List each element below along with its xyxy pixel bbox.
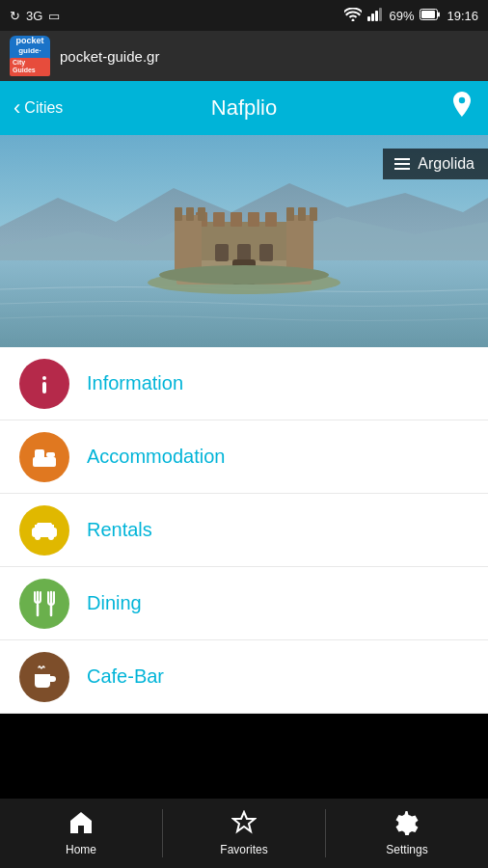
svg-point-35 xyxy=(37,452,40,455)
menu-item-accommodation[interactable]: Accommodation xyxy=(0,420,488,494)
svg-rect-20 xyxy=(186,207,194,221)
nav-bar: ‹ Cities Nafplio xyxy=(0,81,488,135)
svg-point-31 xyxy=(42,376,46,380)
menu-item-information[interactable]: Information xyxy=(0,347,488,420)
battery-icon-full xyxy=(420,9,441,23)
region-label: Argolida xyxy=(418,155,474,173)
home-label: Home xyxy=(66,843,96,856)
cafebar-icon xyxy=(31,665,58,690)
back-arrow-icon: ‹ xyxy=(14,97,20,119)
status-right: 69% 19:16 xyxy=(344,8,478,24)
menu-item-cafebar[interactable]: Cafe-Bar xyxy=(0,640,488,714)
information-icon xyxy=(32,371,57,396)
svg-rect-22 xyxy=(286,215,313,273)
castle-illustration xyxy=(148,178,340,294)
svg-rect-6 xyxy=(438,12,440,16)
menu-item-rentals[interactable]: Rentals xyxy=(0,494,488,567)
information-icon-circle xyxy=(19,359,69,409)
svg-rect-33 xyxy=(33,457,56,467)
app-logo: pocket guide· City Guides xyxy=(10,36,50,76)
svg-rect-41 xyxy=(49,525,54,529)
nav-settings[interactable]: Settings xyxy=(326,799,488,868)
svg-point-38 xyxy=(48,534,54,540)
dining-icon xyxy=(32,590,57,617)
svg-rect-25 xyxy=(310,207,317,221)
dining-icon-circle xyxy=(19,579,69,629)
svg-rect-28 xyxy=(259,244,273,261)
svg-rect-16 xyxy=(248,212,259,227)
svg-rect-32 xyxy=(42,382,46,393)
favorites-icon xyxy=(231,810,257,839)
menu-lines-icon xyxy=(394,158,410,170)
back-button[interactable]: ‹ Cities xyxy=(14,97,63,119)
rentals-label: Rentals xyxy=(87,519,152,541)
svg-rect-1 xyxy=(371,14,374,21)
svg-point-37 xyxy=(35,534,41,540)
menu-list: Information Accommodation xyxy=(0,347,488,714)
browser-url: pocket-guide.gr xyxy=(60,48,159,65)
battery-status: 69% xyxy=(389,9,414,23)
home-icon xyxy=(68,810,94,839)
svg-point-30 xyxy=(159,265,329,285)
hero-image: Argolida xyxy=(0,135,488,347)
svg-rect-24 xyxy=(298,207,306,221)
svg-rect-27 xyxy=(237,244,251,261)
network-label: 3G xyxy=(26,9,42,23)
svg-rect-40 xyxy=(35,525,40,529)
battery-icon: ▭ xyxy=(48,9,60,23)
back-label: Cities xyxy=(24,99,63,117)
accommodation-icon xyxy=(31,446,58,469)
sync-icon: ↻ xyxy=(10,9,20,23)
svg-rect-21 xyxy=(198,207,205,221)
svg-rect-18 xyxy=(175,215,202,273)
status-left: ↻ 3G ▭ xyxy=(10,9,60,23)
cafebar-icon-circle xyxy=(19,652,69,702)
svg-rect-19 xyxy=(175,207,182,221)
information-label: Information xyxy=(87,372,183,394)
nav-home[interactable]: Home xyxy=(0,799,162,868)
svg-rect-26 xyxy=(215,244,229,261)
svg-rect-17 xyxy=(265,212,277,227)
accommodation-icon-circle xyxy=(19,432,69,482)
status-bar: ↻ 3G ▭ 69% 19:16 xyxy=(0,0,488,31)
nav-favorites[interactable]: Favorites xyxy=(163,799,325,868)
favorites-label: Favorites xyxy=(220,843,267,856)
wifi-icon xyxy=(344,8,362,24)
svg-marker-45 xyxy=(233,812,255,831)
svg-rect-2 xyxy=(375,11,378,21)
time-label: 19:16 xyxy=(447,9,478,23)
svg-rect-5 xyxy=(421,11,435,18)
rentals-icon-circle xyxy=(19,505,69,556)
cafebar-label: Cafe-Bar xyxy=(87,665,164,688)
svg-rect-39 xyxy=(41,525,47,529)
svg-rect-14 xyxy=(213,212,225,227)
svg-rect-34 xyxy=(46,452,55,457)
location-icon[interactable] xyxy=(449,92,474,124)
rentals-icon xyxy=(30,520,59,541)
bottom-nav: Home Favorites Settings xyxy=(0,799,488,868)
region-badge[interactable]: Argolida xyxy=(383,149,488,179)
svg-rect-3 xyxy=(379,8,382,21)
dining-label: Dining xyxy=(87,592,142,614)
page-title: Nafplio xyxy=(211,95,277,121)
svg-rect-23 xyxy=(286,207,294,221)
svg-rect-15 xyxy=(230,212,242,227)
svg-rect-0 xyxy=(367,16,370,21)
menu-item-dining[interactable]: Dining xyxy=(0,567,488,640)
signal-icon xyxy=(367,8,383,24)
accommodation-label: Accommodation xyxy=(87,446,225,468)
settings-label: Settings xyxy=(386,843,427,856)
browser-bar: pocket guide· City Guides pocket-guide.g… xyxy=(0,31,488,81)
settings-icon xyxy=(394,810,420,839)
